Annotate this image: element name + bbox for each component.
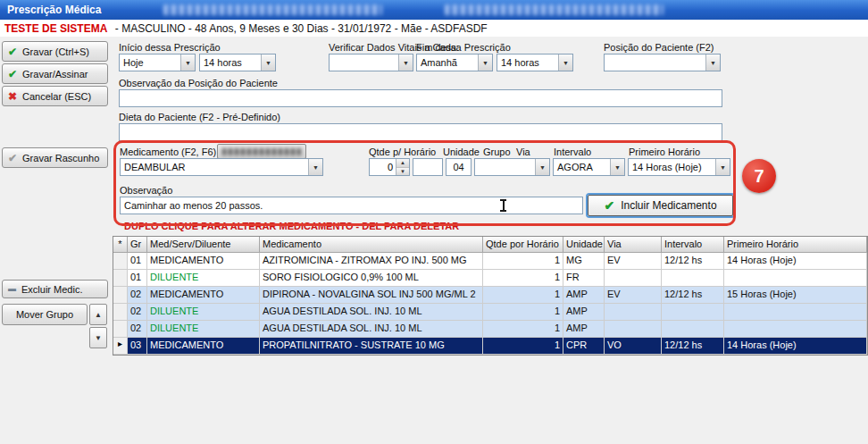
column-header[interactable]: Medicamento [260,237,483,253]
grid-corner-header: * [113,237,128,253]
medicamento-select[interactable]: DEAMBULAR ▼ [120,158,323,176]
cell-unidade: MG [563,253,605,270]
primeiro-horario-select[interactable]: 14 Horas (Hoje) ▼ [628,158,730,176]
cell-via: EV [605,253,662,270]
save-sign-button-label: Gravar/Assinar [22,69,88,80]
cell-intervalo [662,321,724,338]
grid-header: *GrMed/Serv/DiluenteMedicamentoQtde por … [113,237,867,253]
dropdown-arrow-icon[interactable]: ▼ [558,54,572,71]
add-medication-button-label: Incluir Medicamento [621,199,716,212]
via-select[interactable]: ▼ [474,158,550,176]
dropdown-arrow-icon[interactable]: ▼ [308,159,322,175]
move-group-up-button[interactable]: ▲ [89,304,107,325]
cell-gr: 03 [128,338,147,355]
dieta-label: Dieta do Paciente (F2 - Pré-Definido) [119,112,280,122]
delete-medication-button[interactable]: ▬ Excluir Medic. [2,280,108,298]
fim-hora-select[interactable]: 14 horas ▼ [497,54,573,71]
cell-primeiro [724,270,867,287]
dropdown-arrow-icon[interactable]: ▼ [705,54,720,71]
cell-unidade: AMP [563,321,605,338]
grupo-label: Grupo [483,147,511,157]
medication-grid: *GrMed/Serv/DiluenteMedicamentoQtde por … [113,236,868,356]
cell-primeiro [724,321,867,338]
intervalo-value: AGORA [554,159,610,175]
unidade-input[interactable] [413,158,443,176]
cell-gr: 02 [128,287,147,304]
dropdown-arrow-icon[interactable]: ▼ [535,159,549,175]
annotation-step-badge: 7 [742,159,776,193]
spinner-down-icon[interactable]: ▼ [396,168,409,176]
cell-qtde: 1 [483,321,563,338]
column-header[interactable]: Via [605,237,662,253]
blurred-title-text [445,4,664,15]
save-draft-button[interactable]: ✔ Gravar Rascunho [2,147,108,168]
table-row[interactable]: 01DILUENTESORO FISIOLOGICO 0,9% 100 ML1F… [113,270,867,287]
dieta-input[interactable] [119,123,722,141]
arrow-down-icon: ▼ [95,334,102,342]
row-indicator [113,287,128,304]
move-group-button[interactable]: Mover Grupo [2,304,88,325]
cell-medicamento: DIPIRONA - NOVALGINA SOL INJ 500 MG/ML 2 [260,287,483,304]
table-row[interactable]: ▸03MEDICAMENTOPROPATILNITRATO - SUSTRATE… [113,338,867,355]
titlebar: Prescrição Médica [0,0,868,20]
cancel-button[interactable]: ✖ Cancelar (ESC) [2,86,108,106]
text-cursor-icon [499,199,507,212]
patient-name: TESTE DE SISTEMA [0,22,107,35]
cell-primeiro: 14 Horas (Hoje) [724,338,867,355]
column-header[interactable]: Med/Serv/Diluente [147,237,260,253]
cell-qtde: 1 [483,338,563,355]
save-draft-button-label: Gravar Rascunho [22,153,99,163]
posicao-paciente-value [605,54,705,71]
redacted-button[interactable] [217,144,306,159]
dropdown-arrow-icon[interactable]: ▼ [478,54,492,71]
column-header[interactable]: Primeiro Horário [724,237,867,253]
blurred-title-text [163,4,382,15]
save-sign-button[interactable]: ✔ Gravar/Assinar [2,63,108,84]
spinner-up-icon[interactable]: ▲ [396,159,409,168]
table-row[interactable]: 02DILUENTEAGUA DESTILADA SOL. INJ. 10 ML… [113,304,867,321]
cell-medicamento: AGUA DESTILADA SOL. INJ. 10 ML [260,304,483,321]
qtde-spinner[interactable]: 0 ▲ ▼ [369,158,410,176]
column-header[interactable]: Gr [128,237,147,253]
cell-via [605,270,662,287]
fim-dia-select[interactable]: Amanhã ▼ [416,54,493,71]
cell-via [605,321,662,338]
obs-posicao-input[interactable] [119,89,722,107]
cell-intervalo [662,270,724,287]
grupo-input[interactable] [446,158,472,176]
cell-tipo: DILUENTE [147,304,260,321]
cell-tipo: DILUENTE [147,321,260,338]
cell-primeiro: 14 Horas (Hoje) [724,253,867,270]
fim-hora-value: 14 horas [497,54,558,71]
intervalo-select[interactable]: AGORA ▼ [553,158,625,176]
unidade-label: Unidade [443,147,480,157]
cell-intervalo: 12/12 hs [662,287,724,304]
inicio-hora-select[interactable]: 14 horas ▼ [199,54,276,71]
table-row[interactable]: 02DILUENTEAGUA DESTILADA SOL. INJ. 10 ML… [113,321,867,338]
via-label: Via [516,147,530,157]
dropdown-arrow-icon[interactable]: ▼ [398,54,413,71]
save-button[interactable]: ✔ Gravar (Ctrl+S) [2,41,108,62]
add-medication-button[interactable]: ✔ Incluir Medicamento [588,195,733,216]
table-row[interactable]: 02MEDICAMENTODIPIRONA - NOVALGINA SOL IN… [113,287,867,304]
check-icon: ✔ [604,198,614,213]
cell-tipo: MEDICAMENTO [147,253,260,270]
inicio-prescricao-label: Início dessa Prescrição [119,42,221,53]
dropdown-arrow-icon[interactable]: ▼ [180,54,195,71]
move-group-down-button[interactable]: ▼ [89,327,107,348]
verificar-vitais-select[interactable]: ▼ [329,54,413,71]
column-header[interactable]: Qtde por Horário [483,237,563,253]
posicao-paciente-select[interactable]: ▼ [604,54,721,71]
inicio-dia-select[interactable]: Hoje ▼ [119,54,196,71]
dropdown-arrow-icon[interactable]: ▼ [261,54,275,71]
prescription-window: Prescrição Médica TESTE DE SISTEMA - MAS… [0,0,868,444]
cell-via: VO [605,338,662,355]
column-header[interactable]: Intervalo [662,237,724,253]
dropdown-arrow-icon[interactable]: ▼ [610,159,624,175]
table-row[interactable]: 01MEDICAMENTOAZITROMICINA - ZITROMAX PO … [113,253,867,270]
cell-medicamento: PROPATILNITRATO - SUSTRATE 10 MG [260,338,483,355]
dropdown-arrow-icon[interactable]: ▼ [715,159,730,175]
observacao-input[interactable] [120,197,583,214]
cell-qtde: 1 [483,304,563,321]
column-header[interactable]: Unidade [563,237,605,253]
